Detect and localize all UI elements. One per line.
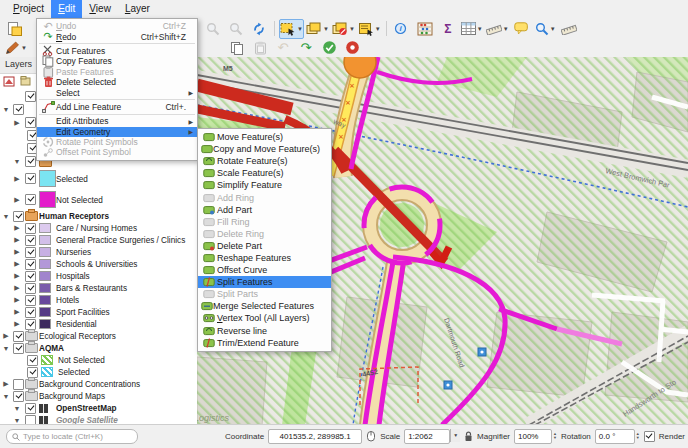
layer-visibility-checkbox[interactable]	[13, 391, 24, 402]
expander-down-icon[interactable]: ▼	[2, 106, 10, 113]
layer-visibility-checkbox[interactable]	[13, 343, 24, 354]
rotation-spin[interactable]: 0.0 ° ▲▼	[595, 429, 640, 444]
edit-menu-item-rotate-point-symbols[interactable]: Rotate Point Symbols	[37, 137, 197, 147]
expander-down-icon[interactable]: ▼	[13, 158, 21, 165]
caret-down-icon[interactable]: ▼	[503, 26, 509, 32]
layer-visibility-checkbox[interactable]	[25, 247, 36, 258]
layer-item-not-selected[interactable]: Not Selected	[0, 354, 197, 366]
geometry-menu-item-vertex-tool-all-layers[interactable]: Vertex Tool (All Layers)	[198, 312, 331, 324]
expander-right-icon[interactable]: ▶	[13, 296, 21, 304]
edit-menu-item-edit-geometry[interactable]: Edit Geometry▶	[37, 127, 197, 137]
stop-edits-button[interactable]	[341, 38, 363, 58]
expander-right-icon[interactable]: ▶	[13, 260, 21, 268]
edit-menu-item-undo[interactable]: ↶UndoCtrl+Z	[37, 21, 197, 31]
save-layer-edits-button[interactable]	[318, 38, 340, 58]
layer-item-bars-restaurants[interactable]: ▶Bars & Restaurants	[0, 282, 197, 294]
layer-visibility-checkbox[interactable]	[25, 271, 36, 282]
select-features-button[interactable]: ▼	[279, 19, 304, 39]
expander-down-icon[interactable]: ▼	[13, 417, 21, 424]
caret-down-icon[interactable]: ▼	[477, 26, 483, 32]
layer-visibility-checkbox[interactable]	[13, 331, 24, 342]
lock-icon[interactable]	[464, 431, 473, 442]
layer-item-hospitals[interactable]: ▶Hospitals	[0, 270, 197, 282]
edit-menu-item-add-line-feature[interactable]: Add Line FeatureCtrl+.	[37, 102, 197, 112]
undo-button[interactable]: ↶	[272, 38, 294, 58]
edit-menu-item-edit-attributes[interactable]: Edit Attributes▶	[37, 116, 197, 126]
expander-right-icon[interactable]: ▶	[13, 248, 21, 256]
caret-down-icon[interactable]: ▼	[21, 45, 27, 51]
caret-down-icon[interactable]: ▼	[349, 26, 355, 32]
layer-item-care-nursing-homes[interactable]: ▶Care / Nursing Homes	[0, 222, 197, 234]
geometry-menu-item-reverse-line[interactable]: Reverse line	[198, 325, 331, 337]
magnifier-spin[interactable]: 100% ▲▼	[514, 429, 557, 444]
new-project-button[interactable]	[4, 19, 26, 39]
caret-down-icon[interactable]: ▼	[297, 26, 303, 32]
layer-item-not-selected[interactable]: ▶Not Selected	[0, 189, 197, 210]
select-features-by-value-button[interactable]: ▼	[305, 19, 330, 39]
layer-visibility-checkbox[interactable]	[13, 211, 24, 222]
layer-visibility-checkbox[interactable]	[25, 91, 36, 102]
locator-input[interactable]: Type to locate (Ctrl+K)	[6, 429, 138, 444]
layer-visibility-checkbox[interactable]	[25, 194, 36, 205]
layer-item-openstreetmap[interactable]: ▼OpenStreetMap	[0, 402, 197, 414]
expander-down-icon[interactable]: ▼	[2, 213, 10, 220]
edit-menu-item-copy-features[interactable]: Copy Features	[37, 56, 197, 66]
edit-menu-item-select[interactable]: Select▶	[37, 87, 197, 97]
layer-item-hotels[interactable]: ▶Hotels	[0, 294, 197, 306]
statistical-summary-button[interactable]	[414, 19, 436, 39]
geometry-menu-item-split-parts[interactable]: Split Parts	[198, 288, 331, 300]
expander-right-icon[interactable]: ▶	[13, 272, 21, 280]
render-checkbox[interactable]	[644, 431, 655, 442]
zoom-next-button[interactable]	[225, 19, 247, 39]
expander-right-icon[interactable]: ▶	[13, 320, 21, 328]
layer-visibility-checkbox[interactable]	[13, 104, 24, 115]
edit-menu-item-paste-features[interactable]: Paste Features	[37, 67, 197, 77]
show-statistics-button[interactable]: Σ	[437, 19, 459, 39]
layer-visibility-checkbox[interactable]	[25, 117, 36, 128]
menu-project[interactable]: Project	[6, 0, 51, 18]
expander-right-icon[interactable]: ▶	[13, 224, 21, 232]
layer-visibility-checkbox[interactable]	[13, 379, 24, 390]
layer-item-schools-universities[interactable]: ▶Schools & Universities	[0, 258, 197, 270]
caret-down-icon[interactable]: ▼	[323, 26, 329, 32]
caret-down-icon[interactable]: ▼	[375, 26, 381, 32]
layer-visibility-checkbox[interactable]	[25, 259, 36, 270]
menu-view[interactable]: View	[82, 0, 118, 18]
layer-item-general-practice-surgeries-clinics[interactable]: ▶General Practice Surgeries / Clinics	[0, 234, 197, 246]
expander-right-icon[interactable]: ▶	[13, 308, 21, 316]
select-by-form-button[interactable]: ▼	[357, 19, 382, 39]
edit-menu-item-cut-features[interactable]: Cut Features	[37, 46, 197, 56]
geometry-menu-item-copy-and-move-feature-s[interactable]: Copy and Move Feature(s)	[198, 143, 331, 155]
expander-right-icon[interactable]: ▶	[13, 175, 21, 183]
expander-down-icon[interactable]: ▼	[13, 405, 21, 412]
layer-item-nurseries[interactable]: ▶Nurseries	[0, 246, 197, 258]
layer-visibility-checkbox[interactable]	[27, 355, 38, 366]
geometry-menu-item-move-feature-s[interactable]: Move Feature(s)	[198, 131, 331, 143]
copy-features-button[interactable]	[226, 38, 248, 58]
redo-button[interactable]: ↷	[295, 38, 317, 58]
expander-right-icon[interactable]: ▶	[2, 332, 10, 340]
layer-styling-button[interactable]	[2, 74, 16, 87]
layer-item-background-maps[interactable]: ▼Background Maps	[0, 390, 197, 402]
geometry-menu-item-split-features[interactable]: Split Features	[198, 276, 331, 288]
menu-edit[interactable]: Edit	[51, 0, 82, 18]
geometry-menu-item-merge-selected-features[interactable]: Merge Selected Features	[198, 300, 331, 312]
layer-visibility-checkbox[interactable]	[25, 307, 36, 318]
layer-item-human-receptors[interactable]: ▼Human Receptors	[0, 210, 197, 222]
geometry-menu-item-add-ring[interactable]: Add Ring	[198, 191, 331, 203]
identify-features-button[interactable]: i	[391, 19, 413, 39]
open-attribute-table-button[interactable]: ▼	[460, 19, 484, 39]
menu-layer[interactable]: Layer	[118, 0, 157, 18]
layer-visibility-checkbox[interactable]	[25, 156, 36, 167]
layer-visibility-checkbox[interactable]	[25, 295, 36, 306]
geometry-menu-item-scale-feature-s[interactable]: Scale Feature(s)	[198, 167, 331, 179]
scale-combo[interactable]: 1:2062 ▼	[404, 429, 460, 444]
expander-right-icon[interactable]: ▶	[13, 119, 21, 127]
mouse-tracking-icon[interactable]	[366, 430, 376, 442]
expander-right-icon[interactable]: ▶	[13, 196, 21, 204]
layer-visibility-checkbox[interactable]	[25, 173, 36, 184]
deselect-features-button[interactable]: ▼	[331, 19, 356, 39]
geometry-menu-item-rotate-feature-s[interactable]: Rotate Feature(s)	[198, 155, 331, 167]
edit-menu-item-redo[interactable]: ↷RedoCtrl+Shift+Z	[37, 31, 197, 41]
measure-button[interactable]: ▼	[485, 19, 510, 39]
